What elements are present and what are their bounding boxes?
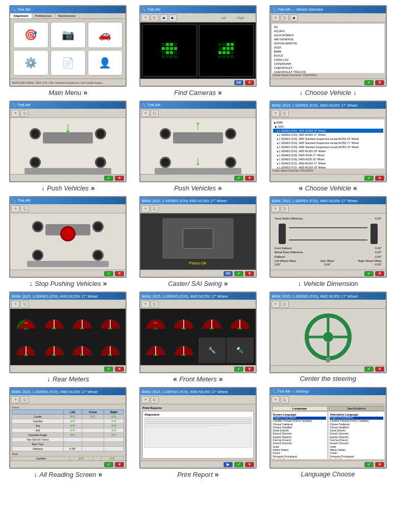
tb-home-front[interactable]: 🏠 [151,301,159,308]
btn-ok-lang[interactable]: ✓ [364,462,374,467]
vi2-2015[interactable]: ▶ 2015 [273,125,383,129]
btn-ok-print[interactable]: ✓ [234,462,243,467]
vi-amgen[interactable]: AM GENERAL [273,37,383,41]
tab-maintenance[interactable]: Maintenance [55,13,79,18]
vi-audi[interactable]: AUDI [273,45,383,50]
vi-aston[interactable]: ASTON MARTIN [273,41,383,45]
vi2-f20-18[interactable]: ● 1 SERIES (F20), 4WD M135X 18" Wheel [273,149,383,153]
vi2-std-17[interactable]: ● 1 SERIES (F20), 4WD Standard Suspensio… [273,141,383,145]
tb-help-stop[interactable]: ? [11,205,19,212]
btn-ok-dim[interactable]: ✓ [364,271,374,276]
lang-tab-language[interactable]: Language [272,406,328,411]
vi2-f21-17[interactable]: ● 1 SERIES (F21), 4WD M135X 17" Wheel [273,161,383,165]
vi2-std-18[interactable]: ● 1 SERIES (F20), 4WD Standard Suspensio… [273,145,383,149]
lang-tab-specs[interactable]: Specifications [329,406,384,411]
vehicle-list-2[interactable]: ▶ BMW ▶ 2015 ● 1 SERIES (F20), 4WD M135X… [272,119,384,168]
vi-bmw[interactable]: BMW [273,50,383,54]
sl-romanian[interactable]: Românâ (Romanian) [273,458,327,459]
btn-cancel-lang[interactable]: ✕ [375,462,384,467]
vi-acura[interactable]: ACURA [273,29,383,33]
tb-home-p2[interactable]: 🏠 [151,110,159,117]
icon-vehicle[interactable]: 🚗 [88,22,123,48]
tb-btn-2[interactable]: 🏠 [151,14,159,21]
tb-help-dim[interactable]: ? [271,205,280,212]
btn-ok-caster[interactable]: OK [224,271,233,276]
vi-ac[interactable]: AC [273,25,383,29]
tb-help-rear[interactable]: ? [11,301,19,308]
vi2-f26-18[interactable]: ● 1 SERIES (F26), RWD M135-18" Wheel [273,157,383,161]
tb-home-lang[interactable]: 🏠 [281,396,289,403]
btn-ok-push2[interactable]: ✓ [234,176,243,181]
tb-home-cv2[interactable]: 🏠 [281,110,289,117]
tb-home-reading[interactable]: 🏠 [20,396,29,403]
tb-home-stop[interactable]: 🏠 [20,205,29,212]
tb-help-p1[interactable]: ? [11,110,19,117]
lang-tabs[interactable]: Language Specifications [272,406,384,411]
vehicle-list-1[interactable]: AC ACURA ALFA ROMEO AM GENERAL ASTON MAR… [272,24,384,73]
icon-settings[interactable]: ⚙️ [13,50,48,76]
vi-chevrolet[interactable]: CHEVROLET [273,66,383,70]
tb-help-front[interactable]: ? [141,301,150,308]
vi-alfa[interactable]: ALFA ROMEO [273,33,383,37]
tb-home-print[interactable]: 🏠 [151,396,159,403]
btn-ok-stop[interactable]: ✓ [104,271,113,276]
tb-home-caster[interactable]: 🏠 [151,205,159,212]
tb-help-p2[interactable]: ? [141,110,150,117]
al-romanian[interactable]: Românâ (Romanian) [330,458,383,459]
vi-cadillac[interactable]: CADILLAC [273,58,383,62]
tb-help-lang[interactable]: ? [271,396,280,403]
btn-cancel-push1[interactable]: ✕ [115,176,124,181]
btn-cancel-front[interactable]: ✕ [245,367,254,372]
btn-cancel-cam[interactable]: ✕ [245,80,254,85]
tb-help-cv2[interactable]: ? [271,110,280,117]
tb-home-steering[interactable]: 🏠 [281,301,289,308]
tb-btn-4[interactable]: ▶ [169,14,177,21]
alt-lang-list[interactable]: English (Great Britain) Canadian Françai… [330,417,383,459]
btn-ok-rear[interactable]: ✓ [104,367,113,372]
vi2-f26-17[interactable]: ● 1 SERIES (F26), RWD M135-17" Wheel [273,153,383,157]
btn-cancel-reading[interactable]: ✕ [115,462,124,467]
vi-buick[interactable]: BUICK [273,54,383,58]
tb-home-dim[interactable]: 🏠 [281,205,289,212]
btn-ok-cv2[interactable]: ✓ [364,176,374,181]
tb-btn-3[interactable]: ◀ [160,14,168,21]
vi2-bmw[interactable]: ▶ BMW [273,120,383,125]
vi2-f20-16[interactable]: ● 1 SERIES (F20), 4WD M135X 16" Wheel [273,129,383,133]
btn-cancel-caster[interactable]: ✕ [245,271,254,276]
btn-cancel-stop[interactable]: ✕ [115,271,124,276]
btn-cancel-push2[interactable]: ✕ [245,176,254,181]
tb-help-cv1[interactable]: ? [271,14,280,21]
tb-home-p1[interactable]: 🏠 [20,110,29,117]
btn-cancel-dim[interactable]: ✕ [375,271,384,276]
tb-home-rear[interactable]: 🏠 [20,301,29,308]
btn-ok-front[interactable]: ✓ [234,367,243,372]
tb-btn-1[interactable]: ? [141,14,150,21]
tb-help-print[interactable]: ? [141,396,150,403]
vi2-f20-17[interactable]: ● 1 SERIES (F20), 4WD M135X 17" Wheel [273,133,383,137]
tb-home-cv1[interactable]: 🏠 [281,14,289,21]
icon-alignment[interactable]: 🎯 [13,22,48,48]
icon-report[interactable]: 📄 [51,50,86,76]
btn-print-action[interactable]: ▶ [224,462,233,467]
btn-ok-cv1[interactable]: ✓ [364,80,374,85]
btn-ok[interactable]: OK [234,80,243,85]
btn-cancel-cv2[interactable]: ✕ [375,176,384,181]
tb-help-reading[interactable]: ? [11,396,19,403]
vi-caterham[interactable]: CATERHAM [273,62,383,66]
btn-ok-reading[interactable]: ✓ [104,462,113,467]
btn-ok-steering[interactable]: ✓ [364,367,374,372]
icon-person[interactable]: 👤 [88,50,123,76]
tabs-main-menu[interactable]: Alignment Preferences Maintenance [10,13,126,19]
tb-help-steering[interactable]: ? [271,301,280,308]
btn-cancel-cv1[interactable]: ✕ [375,80,384,85]
tb-help-caster[interactable]: ? [141,205,150,212]
tb-back-cv1[interactable]: ◀ [290,14,298,21]
btn-ok-push1[interactable]: ✓ [104,176,113,181]
btn-cancel-print[interactable]: ✕ [245,462,254,467]
vi2-std-16[interactable]: ● 1 SERIES (F20), 4WD Standard Suspensio… [273,137,383,141]
tab-preferences[interactable]: Preferences [32,13,55,18]
icon-camera[interactable]: 📷 [51,22,86,48]
btn-cancel-steering[interactable]: ✕ [375,367,384,372]
btn-check-caster[interactable]: ✓ [234,271,243,276]
btn-cancel-rear[interactable]: ✕ [115,367,124,372]
